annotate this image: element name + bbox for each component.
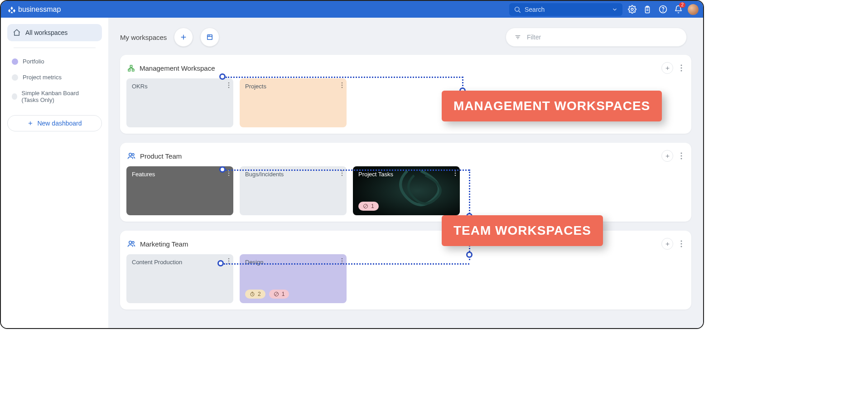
brand-logo[interactable]: businessmap <box>8 5 61 14</box>
page-title: My workspaces <box>120 34 167 41</box>
sidebar-item-simple-kanban[interactable]: Simple Kanban Board (Tasks Only) <box>7 87 102 106</box>
filter-input[interactable] <box>527 34 678 41</box>
workspace-more-button[interactable] <box>679 152 684 160</box>
svg-point-6 <box>631 8 633 10</box>
svg-line-74 <box>252 295 253 295</box>
color-dot-icon <box>12 74 18 81</box>
notifications-icon[interactable]: 2 <box>672 4 684 15</box>
svg-point-69 <box>342 258 343 260</box>
global-search[interactable] <box>509 3 622 16</box>
svg-point-66 <box>228 258 230 260</box>
board-card-bugs[interactable]: Bugs/Incidents <box>240 166 347 215</box>
board-card-projects[interactable]: Projects <box>240 78 347 127</box>
board-card-features[interactable]: Features <box>126 166 233 215</box>
sidebar-item-project-metrics[interactable]: Project metrics <box>7 71 102 83</box>
help-icon[interactable] <box>657 4 669 15</box>
new-dashboard-button[interactable]: New dashboard <box>7 115 102 131</box>
color-dot-icon <box>12 93 17 100</box>
card-more-button[interactable] <box>341 170 343 176</box>
more-vertical-icon <box>341 170 343 176</box>
pill-value: 1 <box>371 203 374 209</box>
svg-point-4 <box>515 7 519 11</box>
workspace-product-team: Product Team Features Bugs/Incidents <box>120 143 691 222</box>
sidebar-item-portfolio[interactable]: Portfolio <box>7 55 102 68</box>
board-card-project-tasks[interactable]: Project Tasks 1 <box>353 166 460 215</box>
card-more-button[interactable] <box>454 170 456 176</box>
workspace-marketing-team: Marketing Team Content Production Design <box>120 231 691 309</box>
svg-point-45 <box>681 153 682 154</box>
sidebar-item-label: Portfolio <box>23 58 44 65</box>
svg-point-46 <box>681 155 682 157</box>
settings-icon[interactable] <box>626 4 638 15</box>
card-more-button[interactable] <box>341 82 343 88</box>
connector-dot-icon <box>217 260 224 266</box>
svg-marker-1 <box>8 9 10 12</box>
pill-value: 2 <box>258 291 261 297</box>
svg-line-77 <box>275 293 278 295</box>
card-title: Projects <box>245 83 341 90</box>
more-vertical-icon <box>680 240 682 247</box>
search-icon <box>514 6 521 13</box>
board-card-design[interactable]: Design 2 1 <box>240 254 347 303</box>
svg-rect-23 <box>130 65 132 67</box>
svg-marker-2 <box>13 9 15 12</box>
topbar: businessmap 2 <box>1 1 703 18</box>
svg-point-47 <box>681 158 682 160</box>
workspace-add-button[interactable] <box>661 150 673 162</box>
archive-icon <box>206 33 214 41</box>
svg-rect-17 <box>207 35 212 40</box>
svg-marker-0 <box>10 6 13 10</box>
clock-icon <box>250 291 255 297</box>
sidebar-item-label: Project metrics <box>23 74 62 81</box>
connector-line <box>224 263 469 265</box>
svg-point-33 <box>681 68 682 69</box>
home-icon <box>13 29 21 37</box>
connector-dot-icon <box>219 166 226 173</box>
workspace-add-button[interactable] <box>661 62 673 74</box>
card-title: Features <box>132 171 228 178</box>
workspace-title[interactable]: Product Team <box>140 152 182 160</box>
workspace-title[interactable]: Management Workspace <box>140 64 215 72</box>
pill-value: 1 <box>282 291 285 297</box>
more-vertical-icon <box>228 170 230 176</box>
connector-dot-icon <box>219 73 226 80</box>
card-more-button[interactable] <box>228 82 230 88</box>
workspace-title[interactable]: Marketing Team <box>140 240 188 248</box>
svg-rect-24 <box>128 69 130 71</box>
card-more-button[interactable] <box>228 170 230 176</box>
filter-box[interactable] <box>506 28 687 47</box>
connector-line <box>226 77 463 78</box>
main-header: My workspaces <box>120 28 691 47</box>
workspace-more-button[interactable] <box>679 64 684 72</box>
svg-rect-25 <box>132 69 134 71</box>
archive-button[interactable] <box>200 28 219 47</box>
divider <box>14 48 96 48</box>
svg-point-65 <box>681 246 682 247</box>
clipboard-icon[interactable] <box>641 4 653 15</box>
svg-marker-3 <box>10 11 13 13</box>
svg-point-52 <box>342 173 343 174</box>
filter-icon <box>514 34 521 41</box>
board-card-okrs[interactable]: OKRs <box>126 78 233 127</box>
svg-point-12 <box>663 11 663 11</box>
sidebar-main-label: All workspaces <box>25 29 68 36</box>
svg-point-36 <box>228 85 230 86</box>
more-vertical-icon <box>680 152 682 160</box>
more-vertical-icon <box>228 82 230 88</box>
connector-line <box>226 169 469 171</box>
chevron-down-icon[interactable] <box>612 6 618 13</box>
workspace-add-button[interactable] <box>661 238 673 250</box>
more-vertical-icon <box>680 64 682 72</box>
sidebar-all-workspaces[interactable]: All workspaces <box>7 24 102 41</box>
card-title: Project Tasks <box>358 171 454 178</box>
workspace-more-button[interactable] <box>679 240 684 247</box>
card-title: Content Production <box>132 259 228 266</box>
search-input[interactable] <box>525 6 608 13</box>
svg-point-59 <box>129 241 132 244</box>
add-workspace-button[interactable] <box>174 28 193 47</box>
plus-icon <box>665 65 670 71</box>
color-dot-icon <box>12 58 18 65</box>
notification-badge: 2 <box>679 2 685 8</box>
team-icon <box>127 152 135 160</box>
user-avatar[interactable] <box>688 4 699 15</box>
